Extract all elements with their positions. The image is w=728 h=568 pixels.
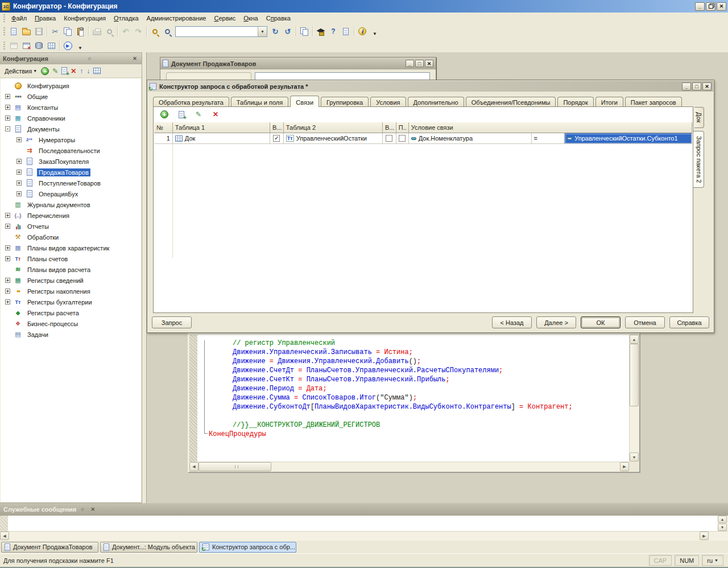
custom-checkbox[interactable] <box>396 133 409 144</box>
syntax-help-icon[interactable] <box>340 25 352 38</box>
help-button[interactable]: Справка <box>669 316 709 328</box>
tree-item-label[interactable]: Общие <box>26 93 49 101</box>
toolbar-grip[interactable] <box>3 14 5 22</box>
vertical-scrollbar[interactable]: ▲ ▼ <box>718 516 728 531</box>
query-button[interactable]: Запрос <box>152 316 192 328</box>
tree-item-отчеты[interactable]: +Отчеты <box>1 221 141 232</box>
condition-left-cell[interactable]: Док.Номенклатура <box>409 133 532 144</box>
tree-item-label[interactable]: Регистры бухгалтерии <box>26 298 94 306</box>
query-batch-tab-1[interactable]: Док <box>694 107 704 128</box>
column-header[interactable]: П.. <box>396 122 409 133</box>
tree-item-label[interactable]: Регистры накопления <box>26 287 92 295</box>
expand-icon[interactable]: + <box>5 213 10 218</box>
tree-item-label[interactable]: Бизнес-процессы <box>26 320 80 328</box>
tree-item-label[interactable]: Константы <box>26 104 60 112</box>
dialog-tab-7[interactable]: Объединения/Псевдонимы <box>466 97 556 107</box>
new-document-icon[interactable] <box>7 25 20 38</box>
tree-item-label[interactable]: Отчеты <box>26 223 51 231</box>
expand-icon[interactable]: + <box>16 191 22 196</box>
menu-debug[interactable]: Отладка <box>110 14 143 23</box>
scrollbar-thumb[interactable] <box>198 462 271 471</box>
expand-icon[interactable]: + <box>5 278 10 283</box>
expand-icon[interactable]: + <box>16 137 22 142</box>
tree-item-поступлениетоваров[interactable]: +ПоступлениеТоваров <box>1 178 141 188</box>
column-header[interactable]: Таблица 1 <box>173 122 270 133</box>
dialog-tab-6[interactable]: Дополнительно <box>408 97 464 107</box>
dialog-tab-10[interactable]: Пакет запросов <box>625 97 682 107</box>
delete-icon[interactable]: ✕ <box>209 108 222 121</box>
collapse-icon[interactable]: - <box>5 126 10 131</box>
tree-item-планы-видов-характеристик[interactable]: +▦Планы видов характеристик <box>1 242 141 253</box>
info-icon[interactable]: i <box>356 25 369 38</box>
dialog-tab-2[interactable]: Таблицы и поля <box>231 97 288 107</box>
dialog-tab-1[interactable]: Обработка результата <box>153 97 229 107</box>
expand-icon[interactable]: + <box>5 116 10 121</box>
close-icon[interactable]: ✕ <box>131 55 139 63</box>
scroll-down-icon[interactable]: ▼ <box>718 524 727 531</box>
syntax-check-icon[interactable] <box>315 25 327 38</box>
pin-icon[interactable]: ○ <box>85 55 93 63</box>
tree-item-label[interactable]: ЗаказПокупателя <box>37 158 90 166</box>
expand-icon[interactable]: + <box>5 289 10 294</box>
restore-button[interactable] <box>706 2 715 11</box>
ok-button[interactable]: ОК <box>581 316 621 328</box>
column-header[interactable]: В... <box>270 122 284 133</box>
expand-icon[interactable]: + <box>5 245 10 250</box>
dialog-tab-4[interactable]: Группировка <box>321 97 369 107</box>
service-messages-body[interactable]: ▲ ▼ <box>0 516 728 532</box>
scroll-left-icon[interactable]: ◀ <box>0 532 9 540</box>
expand-icon[interactable]: + <box>5 299 10 304</box>
scrollbar-thumb[interactable] <box>630 344 639 406</box>
tree-item-label[interactable]: Нумераторы <box>37 136 77 144</box>
tree-item-перечисления[interactable]: +{..}Перечисления <box>1 210 141 221</box>
condition-operator-cell[interactable]: = <box>532 133 565 144</box>
tree-item-задачи[interactable]: +▤Задачи <box>1 329 141 340</box>
tree-item-label[interactable]: ОперацияБух <box>37 190 80 198</box>
close-icon[interactable]: ✕ <box>89 506 97 513</box>
move-down-icon[interactable]: ↓ <box>86 67 90 75</box>
menu-service[interactable]: Сервис <box>210 14 239 23</box>
tree-item-label[interactable]: ПродажаТоваров <box>37 168 90 176</box>
menu-administration[interactable]: Администрирование <box>143 14 210 23</box>
add-copy-icon[interactable] <box>175 108 188 121</box>
checkbox-icon[interactable] <box>399 135 406 142</box>
grid-row[interactable]: 1Док✓ТтУправленческийОстаткиДок.Номенкла… <box>154 133 692 144</box>
copy-icon[interactable] <box>61 25 74 38</box>
all1-checkbox[interactable]: ✓ <box>270 133 284 144</box>
tree-item-label[interactable]: Перечисления <box>26 212 71 220</box>
add-icon[interactable]: + <box>41 67 49 75</box>
scroll-right-icon[interactable]: ▶ <box>700 532 709 540</box>
scroll-up-icon[interactable]: ▲ <box>718 516 727 523</box>
tree-item-label[interactable]: Планы счетов <box>26 255 69 263</box>
menu-edit[interactable]: Правка <box>31 14 60 23</box>
menu-file[interactable]: Файл <box>7 14 31 23</box>
dialog-tab-3[interactable]: Связи <box>290 96 319 107</box>
tree-item-регистры-накопления[interactable]: +●●Регистры накопления <box>1 286 141 297</box>
open-icon[interactable] <box>20 25 32 38</box>
dialog-tab-9[interactable]: Итоги <box>595 97 623 107</box>
query-batch-tab-2[interactable]: Запрос пакета 2 <box>693 131 704 188</box>
tree-item-регистры-сведений[interactable]: +▦Регистры сведений <box>1 275 141 286</box>
expand-icon[interactable]: + <box>5 94 10 99</box>
find-icon[interactable] <box>161 25 173 38</box>
tree-item-label[interactable]: Журналы документов <box>26 201 92 209</box>
close-button[interactable]: ✕ <box>425 60 433 67</box>
expand-icon[interactable]: + <box>16 159 22 164</box>
tree-item-операциябух[interactable]: +ОперацияБух <box>1 188 141 199</box>
cut-icon[interactable]: ✂ <box>49 25 61 38</box>
edit-icon[interactable]: ✎ <box>52 67 58 75</box>
database-icon[interactable] <box>32 39 45 52</box>
document-window-titlebar[interactable]: Документ ПродажаТоваров _ □ ✕ <box>160 57 436 69</box>
breakpoint-margin[interactable] <box>189 335 197 462</box>
maximize-button[interactable]: □ <box>415 60 424 67</box>
sort-list-icon[interactable] <box>93 68 101 74</box>
tree-item-бизнес-процессы[interactable]: +❖Бизнес-процессы <box>1 318 141 329</box>
tree-item-планы-видов-расчета[interactable]: +≋Планы видов расчета <box>1 264 141 275</box>
find-next-icon[interactable]: ↻ <box>269 25 282 38</box>
tree-item-справочники[interactable]: +▦Справочники <box>1 113 141 124</box>
dialog-tab-5[interactable]: Условия <box>370 97 406 107</box>
checkbox-icon[interactable] <box>386 135 392 142</box>
add-copy-icon[interactable] <box>61 67 67 75</box>
tree-item-label[interactable]: Справочники <box>26 114 67 122</box>
delete-icon[interactable]: ✕ <box>71 67 76 75</box>
